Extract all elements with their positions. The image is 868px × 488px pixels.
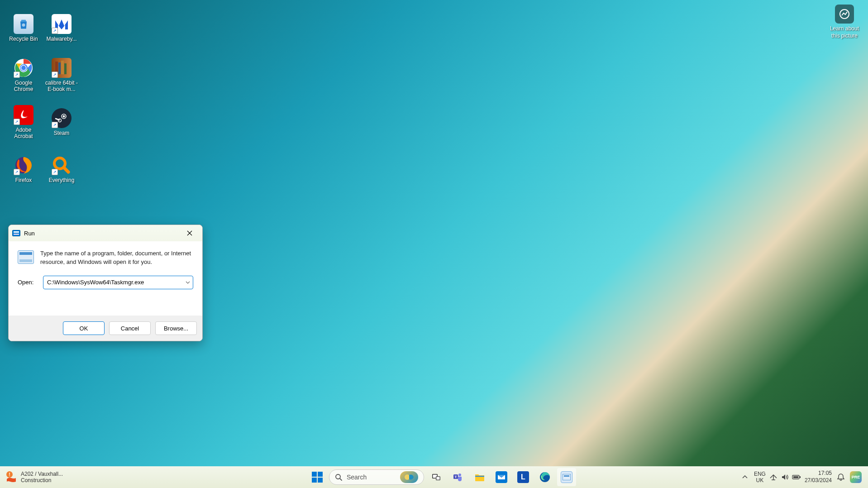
desktop-icon-steam[interactable]: ↗ Steam [43,100,80,145]
svg-rect-31 [800,476,801,478]
shortcut-arrow-icon: ↗ [14,119,20,125]
desktop-icon-acrobat[interactable]: ↗ Adobe Acrobat [5,100,42,145]
run-dialog: Run Type the name of a program, folder, … [8,225,203,341]
system-tray [769,474,801,481]
svg-text:T: T [455,475,457,479]
network-icon[interactable] [769,474,777,481]
run-button-bar: OK Cancel Browse... [9,316,202,341]
desktop-icon-label: calibre 64bit - E-book m... [44,80,79,93]
desktop-icon-recycle-bin[interactable]: Recycle Bin [5,5,42,51]
windows-logo-icon [312,472,323,483]
learn-about-picture[interactable]: Learn about this picture [830,5,859,39]
chevron-up-icon [742,475,748,479]
start-button[interactable] [308,468,326,486]
svg-rect-32 [793,476,798,478]
desktop-icon-label: Recycle Bin [9,36,38,42]
svg-rect-27 [475,476,484,477]
l-app-icon: L [517,471,529,483]
taskbar-teams[interactable]: T [448,468,467,486]
chevron-down-icon [186,281,190,284]
shortcut-arrow-icon: ↗ [52,72,58,78]
svg-rect-23 [436,477,439,480]
desktop-icon-calibre[interactable]: ↗ calibre 64bit - E-book m... [43,53,80,98]
desktop-icon-label: Everything [49,177,75,183]
open-input[interactable] [43,276,193,289]
svg-rect-6 [58,62,61,74]
svg-point-0 [22,24,25,27]
run-title: Run [24,230,181,237]
clock[interactable]: 17:05 27/03/2024 [805,470,832,484]
taskbar-task-view[interactable] [427,468,446,486]
learn-about-picture-label: Learn about this picture [830,25,859,39]
taskbar-widgets[interactable]: ! A202 / Vauxhall... Construction [0,471,145,484]
taskbar-edge[interactable] [535,468,554,486]
widget-line2: Construction [21,477,63,483]
shortcut-arrow-icon: ↗ [52,28,58,34]
battery-icon[interactable] [792,474,801,480]
desktop-icon-firefox[interactable]: ↗ Firefox [5,147,42,192]
close-button[interactable] [181,227,199,239]
bell-icon [837,473,845,481]
desktop-icon-label: Steam [54,130,70,136]
shortcut-arrow-icon: ↗ [52,122,58,128]
desktop-icons-area: Recycle Bin ↗ Malwareby... ↗ Google Chro… [5,5,81,193]
desktop-icon-label: Adobe Acrobat [6,127,41,140]
desktop-icon-label: Firefox [15,177,32,183]
mail-icon [496,471,507,483]
task-view-icon [430,471,442,483]
browse-button[interactable]: Browse... [155,321,197,335]
taskbar-run-app[interactable] [557,468,576,486]
run-window-icon [12,230,20,236]
edge-icon [539,471,551,483]
desktop-icon-label: Google Chrome [6,80,41,93]
ok-button[interactable]: OK [63,321,105,335]
taskbar: ! A202 / Vauxhall... Construction Search [0,466,868,488]
tray-overflow-button[interactable] [739,475,750,479]
cancel-button[interactable]: Cancel [109,321,151,335]
widget-line1: A202 / Vauxhall... [21,471,63,477]
run-dialog-icon [18,250,34,264]
shortcut-arrow-icon: ↗ [14,72,20,78]
desktop-icon-chrome[interactable]: ↗ Google Chrome [5,53,42,98]
shortcut-arrow-icon: ↗ [52,169,58,175]
run-titlebar[interactable]: Run [9,225,202,241]
svg-rect-7 [61,61,64,74]
volume-icon[interactable] [781,474,788,481]
teams-icon: T [452,471,464,483]
desktop-icon-everything[interactable]: ↗ Everything [43,147,80,192]
taskbar-mail[interactable] [492,468,511,486]
svg-point-26 [458,474,461,476]
taskbar-explorer[interactable] [470,468,489,486]
taskbar-search[interactable]: Search [329,469,424,485]
search-highlight-icon [400,471,418,483]
desktop-icon-label: Malwareby... [46,36,76,42]
language-indicator[interactable]: ENG UK [754,471,766,484]
file-explorer-icon [474,471,486,483]
taskbar-app-l[interactable]: L [514,468,533,486]
recycle-bin-icon [14,14,33,34]
open-dropdown-button[interactable] [183,276,193,289]
svg-point-11 [63,115,65,117]
close-icon [187,230,192,236]
spotlight-icon [835,5,854,24]
search-placeholder: Search [347,474,396,481]
search-icon [335,474,342,481]
svg-point-4 [21,66,26,70]
desktop-icon-malwarebytes[interactable]: ↗ Malwareby... [43,5,80,51]
pre-badge[interactable]: PRE [850,471,862,483]
notifications-button[interactable] [835,473,846,481]
svg-text:!: ! [9,472,10,477]
open-label: Open: [18,279,37,286]
run-app-icon [561,471,572,483]
traffic-widget-icon: ! [5,471,18,483]
run-description: Type the name of a program, folder, docu… [40,249,193,267]
shortcut-arrow-icon: ↗ [14,169,20,175]
svg-rect-8 [64,63,67,74]
